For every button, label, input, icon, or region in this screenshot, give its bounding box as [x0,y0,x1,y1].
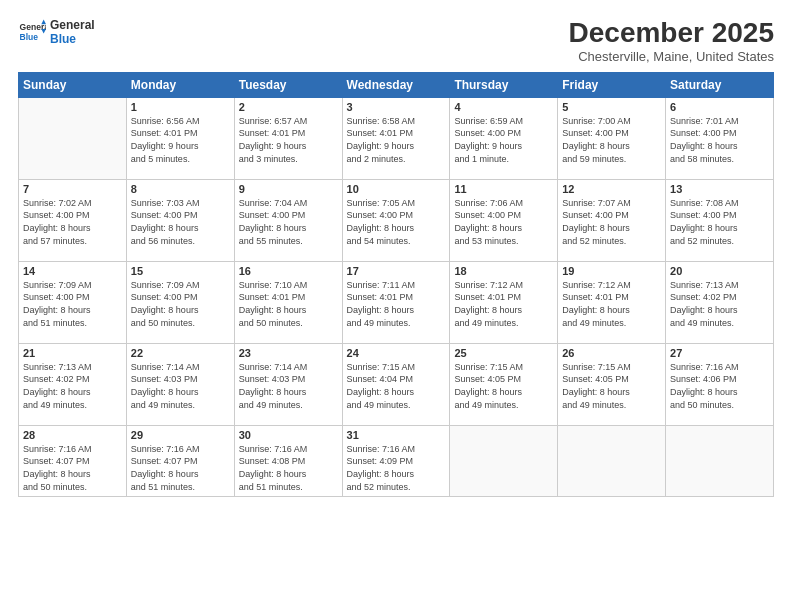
day-info: Sunrise: 7:15 AM Sunset: 4:04 PM Dayligh… [347,361,446,411]
day-number: 5 [562,101,661,113]
table-row: 1Sunrise: 6:56 AM Sunset: 4:01 PM Daylig… [126,97,234,179]
day-number: 20 [670,265,769,277]
col-thursday: Thursday [450,72,558,97]
table-row: 25Sunrise: 7:15 AM Sunset: 4:05 PM Dayli… [450,343,558,425]
table-row: 18Sunrise: 7:12 AM Sunset: 4:01 PM Dayli… [450,261,558,343]
table-row: 3Sunrise: 6:58 AM Sunset: 4:01 PM Daylig… [342,97,450,179]
table-row: 2Sunrise: 6:57 AM Sunset: 4:01 PM Daylig… [234,97,342,179]
day-number: 24 [347,347,446,359]
day-info: Sunrise: 7:06 AM Sunset: 4:00 PM Dayligh… [454,197,553,247]
table-row: 29Sunrise: 7:16 AM Sunset: 4:07 PM Dayli… [126,425,234,496]
week-row-3: 14Sunrise: 7:09 AM Sunset: 4:00 PM Dayli… [19,261,774,343]
day-info: Sunrise: 7:13 AM Sunset: 4:02 PM Dayligh… [23,361,122,411]
logo: General Blue General Blue [18,18,95,47]
table-row: 9Sunrise: 7:04 AM Sunset: 4:00 PM Daylig… [234,179,342,261]
table-row: 20Sunrise: 7:13 AM Sunset: 4:02 PM Dayli… [666,261,774,343]
day-number: 15 [131,265,230,277]
col-tuesday: Tuesday [234,72,342,97]
day-info: Sunrise: 7:16 AM Sunset: 4:07 PM Dayligh… [131,443,230,493]
table-row [450,425,558,496]
day-info: Sunrise: 6:56 AM Sunset: 4:01 PM Dayligh… [131,115,230,165]
day-info: Sunrise: 7:14 AM Sunset: 4:03 PM Dayligh… [131,361,230,411]
table-row: 22Sunrise: 7:14 AM Sunset: 4:03 PM Dayli… [126,343,234,425]
day-info: Sunrise: 7:13 AM Sunset: 4:02 PM Dayligh… [670,279,769,329]
day-number: 4 [454,101,553,113]
page: General Blue General Blue December 2025 … [0,0,792,612]
table-row: 12Sunrise: 7:07 AM Sunset: 4:00 PM Dayli… [558,179,666,261]
day-number: 9 [239,183,338,195]
day-number: 21 [23,347,122,359]
day-info: Sunrise: 7:00 AM Sunset: 4:00 PM Dayligh… [562,115,661,165]
col-monday: Monday [126,72,234,97]
day-info: Sunrise: 7:16 AM Sunset: 4:08 PM Dayligh… [239,443,338,493]
day-number: 1 [131,101,230,113]
day-number: 8 [131,183,230,195]
day-number: 26 [562,347,661,359]
day-info: Sunrise: 7:14 AM Sunset: 4:03 PM Dayligh… [239,361,338,411]
table-row: 13Sunrise: 7:08 AM Sunset: 4:00 PM Dayli… [666,179,774,261]
col-saturday: Saturday [666,72,774,97]
day-number: 19 [562,265,661,277]
col-sunday: Sunday [19,72,127,97]
day-info: Sunrise: 6:59 AM Sunset: 4:00 PM Dayligh… [454,115,553,165]
week-row-2: 7Sunrise: 7:02 AM Sunset: 4:00 PM Daylig… [19,179,774,261]
day-info: Sunrise: 6:58 AM Sunset: 4:01 PM Dayligh… [347,115,446,165]
day-number: 10 [347,183,446,195]
table-row: 5Sunrise: 7:00 AM Sunset: 4:00 PM Daylig… [558,97,666,179]
table-row: 28Sunrise: 7:16 AM Sunset: 4:07 PM Dayli… [19,425,127,496]
table-row: 7Sunrise: 7:02 AM Sunset: 4:00 PM Daylig… [19,179,127,261]
day-number: 6 [670,101,769,113]
table-row: 10Sunrise: 7:05 AM Sunset: 4:00 PM Dayli… [342,179,450,261]
table-row: 8Sunrise: 7:03 AM Sunset: 4:00 PM Daylig… [126,179,234,261]
table-row: 27Sunrise: 7:16 AM Sunset: 4:06 PM Dayli… [666,343,774,425]
week-row-5: 28Sunrise: 7:16 AM Sunset: 4:07 PM Dayli… [19,425,774,496]
day-info: Sunrise: 7:08 AM Sunset: 4:00 PM Dayligh… [670,197,769,247]
day-info: Sunrise: 7:02 AM Sunset: 4:00 PM Dayligh… [23,197,122,247]
table-row [558,425,666,496]
day-info: Sunrise: 7:04 AM Sunset: 4:00 PM Dayligh… [239,197,338,247]
table-row: 19Sunrise: 7:12 AM Sunset: 4:01 PM Dayli… [558,261,666,343]
calendar-table: Sunday Monday Tuesday Wednesday Thursday… [18,72,774,497]
table-row: 15Sunrise: 7:09 AM Sunset: 4:00 PM Dayli… [126,261,234,343]
day-info: Sunrise: 7:05 AM Sunset: 4:00 PM Dayligh… [347,197,446,247]
day-number: 18 [454,265,553,277]
table-row: 24Sunrise: 7:15 AM Sunset: 4:04 PM Dayli… [342,343,450,425]
day-info: Sunrise: 7:16 AM Sunset: 4:07 PM Dayligh… [23,443,122,493]
table-row: 21Sunrise: 7:13 AM Sunset: 4:02 PM Dayli… [19,343,127,425]
day-number: 12 [562,183,661,195]
table-row [666,425,774,496]
day-number: 16 [239,265,338,277]
day-number: 23 [239,347,338,359]
logo-blue: Blue [50,32,95,46]
table-row [19,97,127,179]
svg-text:Blue: Blue [20,32,39,42]
day-info: Sunrise: 7:03 AM Sunset: 4:00 PM Dayligh… [131,197,230,247]
location: Chesterville, Maine, United States [569,49,774,64]
day-info: Sunrise: 7:11 AM Sunset: 4:01 PM Dayligh… [347,279,446,329]
day-info: Sunrise: 7:15 AM Sunset: 4:05 PM Dayligh… [562,361,661,411]
day-number: 30 [239,429,338,441]
day-number: 31 [347,429,446,441]
day-number: 7 [23,183,122,195]
table-row: 11Sunrise: 7:06 AM Sunset: 4:00 PM Dayli… [450,179,558,261]
table-row: 17Sunrise: 7:11 AM Sunset: 4:01 PM Dayli… [342,261,450,343]
day-info: Sunrise: 7:16 AM Sunset: 4:09 PM Dayligh… [347,443,446,493]
table-row: 31Sunrise: 7:16 AM Sunset: 4:09 PM Dayli… [342,425,450,496]
header-row: Sunday Monday Tuesday Wednesday Thursday… [19,72,774,97]
day-number: 27 [670,347,769,359]
day-info: Sunrise: 7:01 AM Sunset: 4:00 PM Dayligh… [670,115,769,165]
month-title: December 2025 [569,18,774,49]
day-info: Sunrise: 7:09 AM Sunset: 4:00 PM Dayligh… [23,279,122,329]
table-row: 23Sunrise: 7:14 AM Sunset: 4:03 PM Dayli… [234,343,342,425]
day-info: Sunrise: 7:12 AM Sunset: 4:01 PM Dayligh… [454,279,553,329]
day-info: Sunrise: 7:07 AM Sunset: 4:00 PM Dayligh… [562,197,661,247]
logo-icon: General Blue [18,18,46,46]
day-number: 14 [23,265,122,277]
table-row: 26Sunrise: 7:15 AM Sunset: 4:05 PM Dayli… [558,343,666,425]
header: General Blue General Blue December 2025 … [18,18,774,64]
week-row-4: 21Sunrise: 7:13 AM Sunset: 4:02 PM Dayli… [19,343,774,425]
day-number: 11 [454,183,553,195]
day-info: Sunrise: 7:10 AM Sunset: 4:01 PM Dayligh… [239,279,338,329]
table-row: 16Sunrise: 7:10 AM Sunset: 4:01 PM Dayli… [234,261,342,343]
day-number: 25 [454,347,553,359]
